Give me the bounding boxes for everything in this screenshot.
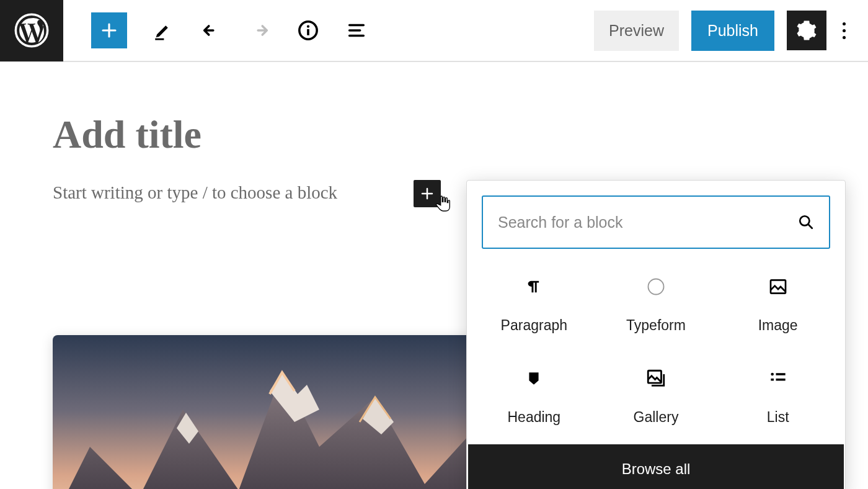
svg-point-2 [307, 25, 309, 28]
image-icon [768, 276, 789, 297]
block-item-gallery[interactable]: Gallery [595, 368, 717, 426]
svg-rect-16 [776, 379, 785, 381]
block-search-field[interactable] [482, 195, 830, 249]
info-button[interactable] [296, 18, 321, 43]
dot-icon [843, 36, 846, 39]
browse-all-button[interactable]: Browse all [468, 444, 844, 489]
block-item-label: Image [758, 317, 798, 334]
list-view-icon [346, 20, 367, 41]
more-menu-button[interactable] [839, 16, 849, 45]
redo-icon [249, 20, 270, 41]
wordpress-icon [14, 13, 49, 48]
undo-icon [201, 20, 222, 41]
block-grid: Paragraph Typeform Image Heading [467, 264, 845, 444]
dot-icon [843, 29, 846, 32]
edit-mode-button[interactable] [151, 18, 175, 43]
editor-canvas: Add title Start writing or type / to cho… [0, 62, 868, 203]
gear-icon [796, 20, 817, 41]
inline-add-block-button[interactable] [414, 180, 441, 207]
svg-rect-15 [771, 379, 774, 381]
block-item-heading[interactable]: Heading [473, 368, 595, 426]
block-inserter-panel: Paragraph Typeform Image Heading [466, 180, 846, 489]
toolbar-left-group [63, 12, 369, 48]
block-item-label: Gallery [634, 409, 679, 426]
editor-toolbar: Preview Publish [0, 0, 868, 62]
search-icon [798, 214, 814, 230]
plus-icon [100, 21, 118, 40]
block-item-label: Heading [507, 409, 560, 426]
publish-button[interactable]: Publish [691, 11, 774, 51]
list-icon [768, 368, 789, 389]
settings-button[interactable] [787, 11, 826, 50]
gallery-icon [645, 368, 666, 389]
block-search-input[interactable] [498, 213, 798, 231]
dot-icon [843, 22, 846, 25]
toolbar-right-group: Preview Publish [594, 11, 868, 51]
block-item-paragraph[interactable]: Paragraph [473, 276, 595, 334]
typeform-icon [645, 276, 666, 297]
block-item-typeform[interactable]: Typeform [595, 276, 717, 334]
add-block-button[interactable] [91, 12, 127, 48]
redo-button[interactable] [247, 18, 272, 43]
post-title-input[interactable]: Add title [53, 112, 815, 158]
svg-point-13 [771, 373, 774, 376]
svg-rect-14 [776, 373, 785, 375]
plus-icon [420, 186, 435, 201]
info-icon [298, 20, 319, 41]
pencil-icon [153, 20, 174, 41]
heading-icon [523, 368, 544, 389]
svg-point-10 [648, 279, 663, 295]
preview-button[interactable]: Preview [594, 11, 679, 51]
outline-button[interactable] [344, 18, 369, 43]
block-item-label: Paragraph [501, 317, 567, 334]
block-item-list[interactable]: List [717, 368, 839, 426]
undo-button[interactable] [199, 18, 224, 43]
block-item-label: List [767, 409, 789, 426]
block-item-label: Typeform [626, 317, 686, 334]
block-item-image[interactable]: Image [717, 276, 839, 334]
wordpress-logo[interactable] [0, 0, 63, 61]
paragraph-icon [523, 276, 544, 297]
svg-rect-3 [307, 29, 309, 35]
